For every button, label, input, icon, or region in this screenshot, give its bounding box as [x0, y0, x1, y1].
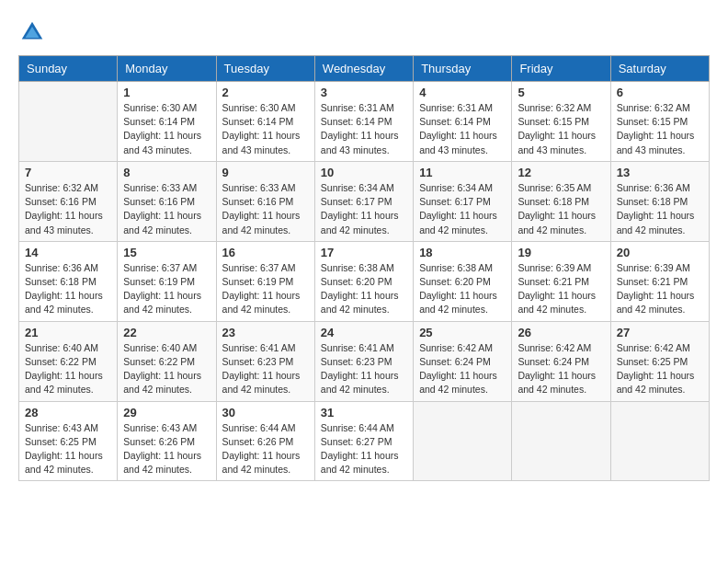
- day-number: 28: [25, 406, 111, 419]
- day-number: 3: [321, 86, 407, 99]
- day-number: 9: [222, 166, 309, 179]
- calendar-week-2: 7Sunrise: 6:32 AMSunset: 6:16 PMDaylight…: [19, 161, 710, 241]
- calendar-cell: [610, 401, 709, 481]
- day-number: 2: [222, 86, 309, 99]
- calendar-cell: 24Sunrise: 6:41 AMSunset: 6:23 PMDayligh…: [314, 321, 413, 401]
- calendar-cell: 8Sunrise: 6:33 AMSunset: 6:16 PMDaylight…: [118, 161, 216, 241]
- logo-icon: [18, 18, 46, 46]
- day-info: Sunrise: 6:40 AMSunset: 6:22 PMDaylight:…: [25, 341, 111, 397]
- calendar-header-row: SundayMondayTuesdayWednesdayThursdayFrid…: [19, 56, 710, 82]
- calendar-cell: 20Sunrise: 6:39 AMSunset: 6:21 PMDayligh…: [610, 241, 709, 321]
- day-info: Sunrise: 6:39 AMSunset: 6:21 PMDaylight:…: [617, 261, 703, 317]
- day-info: Sunrise: 6:40 AMSunset: 6:22 PMDaylight:…: [123, 341, 210, 397]
- day-info: Sunrise: 6:36 AMSunset: 6:18 PMDaylight:…: [617, 181, 703, 237]
- day-number: 19: [518, 246, 604, 259]
- day-info: Sunrise: 6:32 AMSunset: 6:15 PMDaylight:…: [518, 101, 604, 157]
- header-tuesday: Tuesday: [216, 56, 314, 82]
- day-number: 11: [419, 166, 506, 179]
- day-number: 25: [419, 326, 506, 339]
- day-info: Sunrise: 6:30 AMSunset: 6:14 PMDaylight:…: [123, 101, 210, 157]
- day-number: 31: [321, 406, 407, 419]
- day-info: Sunrise: 6:33 AMSunset: 6:16 PMDaylight:…: [123, 181, 210, 237]
- calendar-cell: 2Sunrise: 6:30 AMSunset: 6:14 PMDaylight…: [216, 82, 314, 162]
- day-number: 13: [617, 166, 703, 179]
- calendar-cell: 16Sunrise: 6:37 AMSunset: 6:19 PMDayligh…: [216, 241, 314, 321]
- calendar-cell: 7Sunrise: 6:32 AMSunset: 6:16 PMDaylight…: [19, 161, 118, 241]
- calendar-cell: 25Sunrise: 6:42 AMSunset: 6:24 PMDayligh…: [414, 321, 512, 401]
- day-info: Sunrise: 6:37 AMSunset: 6:19 PMDaylight:…: [123, 261, 210, 317]
- day-info: Sunrise: 6:43 AMSunset: 6:25 PMDaylight:…: [25, 421, 111, 477]
- day-number: 17: [321, 246, 407, 259]
- calendar: SundayMondayTuesdayWednesdayThursdayFrid…: [18, 55, 710, 481]
- header-monday: Monday: [118, 56, 216, 82]
- calendar-cell: 14Sunrise: 6:36 AMSunset: 6:18 PMDayligh…: [19, 241, 118, 321]
- calendar-cell: [512, 401, 610, 481]
- calendar-cell: 22Sunrise: 6:40 AMSunset: 6:22 PMDayligh…: [118, 321, 216, 401]
- calendar-cell: 11Sunrise: 6:34 AMSunset: 6:17 PMDayligh…: [414, 161, 512, 241]
- day-info: Sunrise: 6:36 AMSunset: 6:18 PMDaylight:…: [25, 261, 111, 317]
- day-number: 20: [617, 246, 703, 259]
- day-number: 14: [25, 246, 111, 259]
- calendar-cell: 29Sunrise: 6:43 AMSunset: 6:26 PMDayligh…: [118, 401, 216, 481]
- calendar-cell: 13Sunrise: 6:36 AMSunset: 6:18 PMDayligh…: [610, 161, 709, 241]
- calendar-cell: [414, 401, 512, 481]
- calendar-cell: 10Sunrise: 6:34 AMSunset: 6:17 PMDayligh…: [314, 161, 413, 241]
- day-number: 16: [222, 246, 309, 259]
- day-info: Sunrise: 6:42 AMSunset: 6:24 PMDaylight:…: [419, 341, 506, 397]
- calendar-cell: 21Sunrise: 6:40 AMSunset: 6:22 PMDayligh…: [19, 321, 118, 401]
- day-info: Sunrise: 6:33 AMSunset: 6:16 PMDaylight:…: [222, 181, 309, 237]
- calendar-cell: 9Sunrise: 6:33 AMSunset: 6:16 PMDaylight…: [216, 161, 314, 241]
- day-info: Sunrise: 6:38 AMSunset: 6:20 PMDaylight:…: [321, 261, 407, 317]
- calendar-week-5: 28Sunrise: 6:43 AMSunset: 6:25 PMDayligh…: [19, 401, 710, 481]
- day-info: Sunrise: 6:31 AMSunset: 6:14 PMDaylight:…: [321, 101, 407, 157]
- header-wednesday: Wednesday: [314, 56, 413, 82]
- day-number: 23: [222, 326, 309, 339]
- day-number: 1: [123, 86, 210, 99]
- day-info: Sunrise: 6:37 AMSunset: 6:19 PMDaylight:…: [222, 261, 309, 317]
- day-info: Sunrise: 6:41 AMSunset: 6:23 PMDaylight:…: [321, 341, 407, 397]
- calendar-cell: 28Sunrise: 6:43 AMSunset: 6:25 PMDayligh…: [19, 401, 118, 481]
- calendar-cell: 17Sunrise: 6:38 AMSunset: 6:20 PMDayligh…: [314, 241, 413, 321]
- logo: [18, 18, 50, 46]
- calendar-cell: 3Sunrise: 6:31 AMSunset: 6:14 PMDaylight…: [314, 82, 413, 162]
- calendar-cell: 15Sunrise: 6:37 AMSunset: 6:19 PMDayligh…: [118, 241, 216, 321]
- day-number: 5: [518, 86, 604, 99]
- day-number: 24: [321, 326, 407, 339]
- calendar-cell: 19Sunrise: 6:39 AMSunset: 6:21 PMDayligh…: [512, 241, 610, 321]
- calendar-cell: 26Sunrise: 6:42 AMSunset: 6:24 PMDayligh…: [512, 321, 610, 401]
- day-number: 27: [617, 326, 703, 339]
- day-info: Sunrise: 6:32 AMSunset: 6:16 PMDaylight:…: [25, 181, 111, 237]
- day-info: Sunrise: 6:39 AMSunset: 6:21 PMDaylight:…: [518, 261, 604, 317]
- day-info: Sunrise: 6:43 AMSunset: 6:26 PMDaylight:…: [123, 421, 210, 477]
- header: [18, 18, 710, 46]
- calendar-cell: 1Sunrise: 6:30 AMSunset: 6:14 PMDaylight…: [118, 82, 216, 162]
- day-info: Sunrise: 6:31 AMSunset: 6:14 PMDaylight:…: [419, 101, 506, 157]
- day-info: Sunrise: 6:42 AMSunset: 6:25 PMDaylight:…: [617, 341, 703, 397]
- calendar-cell: 30Sunrise: 6:44 AMSunset: 6:26 PMDayligh…: [216, 401, 314, 481]
- header-thursday: Thursday: [414, 56, 512, 82]
- calendar-cell: 23Sunrise: 6:41 AMSunset: 6:23 PMDayligh…: [216, 321, 314, 401]
- header-friday: Friday: [512, 56, 610, 82]
- calendar-cell: 6Sunrise: 6:32 AMSunset: 6:15 PMDaylight…: [610, 82, 709, 162]
- day-info: Sunrise: 6:38 AMSunset: 6:20 PMDaylight:…: [419, 261, 506, 317]
- day-number: 22: [123, 326, 210, 339]
- day-number: 12: [518, 166, 604, 179]
- header-sunday: Sunday: [19, 56, 118, 82]
- day-number: 26: [518, 326, 604, 339]
- day-info: Sunrise: 6:34 AMSunset: 6:17 PMDaylight:…: [419, 181, 506, 237]
- day-info: Sunrise: 6:30 AMSunset: 6:14 PMDaylight:…: [222, 101, 309, 157]
- day-info: Sunrise: 6:35 AMSunset: 6:18 PMDaylight:…: [518, 181, 604, 237]
- day-info: Sunrise: 6:34 AMSunset: 6:17 PMDaylight:…: [321, 181, 407, 237]
- day-number: 30: [222, 406, 309, 419]
- day-info: Sunrise: 6:41 AMSunset: 6:23 PMDaylight:…: [222, 341, 309, 397]
- day-number: 6: [617, 86, 703, 99]
- calendar-cell: 12Sunrise: 6:35 AMSunset: 6:18 PMDayligh…: [512, 161, 610, 241]
- calendar-week-1: 1Sunrise: 6:30 AMSunset: 6:14 PMDaylight…: [19, 82, 710, 162]
- calendar-cell: [19, 82, 118, 162]
- day-info: Sunrise: 6:44 AMSunset: 6:26 PMDaylight:…: [222, 421, 309, 477]
- day-number: 18: [419, 246, 506, 259]
- day-number: 8: [123, 166, 210, 179]
- day-number: 10: [321, 166, 407, 179]
- day-number: 7: [25, 166, 111, 179]
- day-info: Sunrise: 6:42 AMSunset: 6:24 PMDaylight:…: [518, 341, 604, 397]
